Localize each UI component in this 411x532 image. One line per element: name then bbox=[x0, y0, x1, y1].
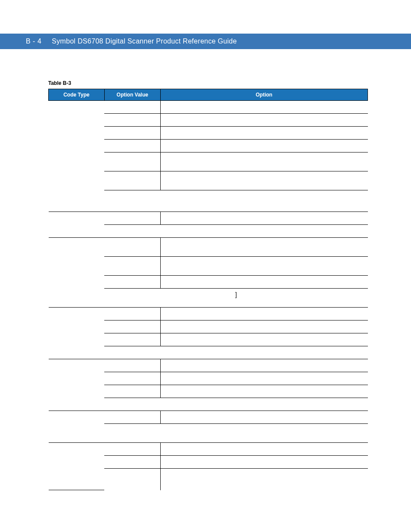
cell-option: . bbox=[160, 443, 367, 456]
table-row: . . bbox=[49, 152, 368, 171]
cell-option: . bbox=[160, 469, 367, 490]
cell-option-value: . bbox=[104, 140, 160, 152]
table-row: . . bbox=[49, 127, 368, 140]
cell-option-value: . bbox=[104, 101, 160, 114]
cell-code-type bbox=[49, 127, 105, 140]
cell-code-type: . bbox=[49, 411, 105, 424]
table-row: . . bbox=[49, 171, 368, 190]
cell-note: . bbox=[104, 424, 367, 443]
table-row: . . bbox=[49, 372, 368, 385]
table-row: . . bbox=[49, 140, 368, 152]
cell-code-type bbox=[49, 385, 105, 398]
cell-option-value: . bbox=[104, 238, 160, 257]
cell-option-value: . bbox=[104, 114, 160, 127]
table-row: . . bbox=[49, 114, 368, 127]
cell-code-type bbox=[49, 456, 105, 469]
table-row: . . bbox=[49, 257, 368, 276]
table-row: . . . bbox=[49, 238, 368, 257]
document-title: Symbol DS6708 Digital Scanner Product Re… bbox=[52, 37, 237, 45]
cell-option-value: . bbox=[104, 152, 160, 171]
cell-code-type bbox=[49, 171, 105, 190]
cell-option: . bbox=[160, 257, 367, 276]
table-row: . bbox=[49, 398, 368, 411]
table-row: . . bbox=[49, 320, 368, 333]
cell-option: . bbox=[160, 320, 367, 333]
cell-option-value: . bbox=[104, 212, 160, 225]
cell-option-value: . bbox=[104, 171, 160, 190]
cell-option: . bbox=[160, 212, 367, 225]
cell-option: . bbox=[160, 101, 367, 114]
cell-code-type bbox=[49, 276, 105, 289]
cell-code-type bbox=[49, 469, 105, 490]
cell-note: . bbox=[104, 398, 367, 411]
cell-option-value: . bbox=[104, 469, 160, 490]
cell-code-type bbox=[49, 289, 105, 308]
cell-option: . bbox=[160, 333, 367, 346]
cell-bracket: ] bbox=[104, 289, 367, 308]
col-header-option: Option bbox=[160, 89, 367, 101]
table-row: . . bbox=[49, 469, 368, 490]
cell-option: . bbox=[160, 308, 367, 320]
table-row: . . . bbox=[49, 443, 368, 456]
cell-code-type bbox=[49, 190, 105, 212]
table-header-row: Code Type Option Value Option bbox=[49, 89, 368, 101]
cell-note: . bbox=[104, 346, 367, 359]
table-row: ] bbox=[49, 289, 368, 308]
table-row: . . . bbox=[49, 101, 368, 114]
table-row: . . . bbox=[49, 411, 368, 424]
table-row: . bbox=[49, 190, 368, 212]
cell-code-type bbox=[49, 257, 105, 276]
cell-option-value: . bbox=[104, 359, 160, 372]
cell-option-value: . bbox=[104, 127, 160, 140]
table-row: . . . bbox=[49, 308, 368, 320]
cell-option-value: . bbox=[104, 276, 160, 289]
col-header-code-type: Code Type bbox=[49, 89, 105, 101]
cell-option: . bbox=[160, 359, 367, 372]
cell-option-value: . bbox=[104, 333, 160, 346]
cell-code-type bbox=[49, 320, 105, 333]
table-row: . . . bbox=[49, 359, 368, 372]
page-number: B - 4 bbox=[26, 37, 41, 45]
cell-code-type: . bbox=[49, 212, 105, 225]
cell-code-type bbox=[49, 424, 105, 443]
cell-code-type bbox=[49, 152, 105, 171]
cell-option-value: . bbox=[104, 308, 160, 320]
cell-option: . bbox=[160, 411, 367, 424]
cell-code-type bbox=[49, 140, 105, 152]
cell-option-value: . bbox=[104, 257, 160, 276]
cell-code-type: . bbox=[49, 443, 105, 456]
cell-option-value: . bbox=[104, 443, 160, 456]
page-content: Table B-3 Code Type Option Value Option … bbox=[48, 80, 368, 490]
cell-option-value: . bbox=[104, 411, 160, 424]
cell-option: . bbox=[160, 372, 367, 385]
cell-option-value: . bbox=[104, 385, 160, 398]
cell-note: . bbox=[104, 225, 367, 238]
col-header-option-value: Option Value bbox=[104, 89, 160, 101]
cell-code-type bbox=[49, 225, 105, 238]
table-row: . . bbox=[49, 385, 368, 398]
table-row: . bbox=[49, 225, 368, 238]
cell-option: . bbox=[160, 140, 367, 152]
table-row: . . . bbox=[49, 212, 368, 225]
cell-code-type bbox=[49, 372, 105, 385]
cell-option: . bbox=[160, 114, 367, 127]
cell-code-type bbox=[49, 333, 105, 346]
cell-option: . bbox=[160, 127, 367, 140]
cell-code-type bbox=[49, 398, 105, 411]
table-row: . . bbox=[49, 456, 368, 469]
cell-option: . bbox=[160, 171, 367, 190]
table-row: . . bbox=[49, 333, 368, 346]
table-row: . . bbox=[49, 276, 368, 289]
table-row: . bbox=[49, 346, 368, 359]
cell-code-type: . bbox=[49, 308, 105, 320]
options-table: Code Type Option Value Option . . . . . … bbox=[48, 89, 368, 490]
cell-code-type: . bbox=[49, 238, 105, 257]
cell-code-type: . bbox=[49, 359, 105, 372]
cell-option: . bbox=[160, 238, 367, 257]
table-row: . bbox=[49, 424, 368, 443]
cell-code-type bbox=[49, 346, 105, 359]
page-header: B - 4 Symbol DS6708 Digital Scanner Prod… bbox=[0, 34, 411, 49]
table-caption: Table B-3 bbox=[48, 80, 368, 86]
cell-option-value: . bbox=[104, 372, 160, 385]
cell-option: . bbox=[160, 152, 367, 171]
